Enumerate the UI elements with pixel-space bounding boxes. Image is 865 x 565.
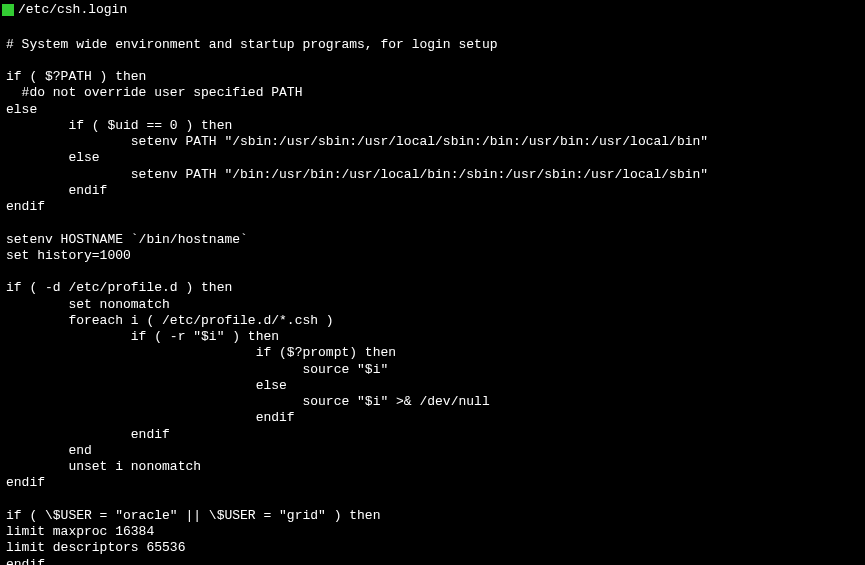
code-line: endif bbox=[6, 199, 865, 215]
code-line: else bbox=[6, 102, 865, 118]
code-line: endif bbox=[6, 475, 865, 491]
code-line: else bbox=[6, 378, 865, 394]
code-line: endif bbox=[6, 410, 865, 426]
code-line: set history=1000 bbox=[6, 248, 865, 264]
code-line: endif bbox=[6, 183, 865, 199]
code-line bbox=[6, 20, 865, 36]
code-line bbox=[6, 492, 865, 508]
code-line: if ($?prompt) then bbox=[6, 345, 865, 361]
code-line: setenv HOSTNAME `/bin/hostname` bbox=[6, 232, 865, 248]
code-line: else bbox=[6, 150, 865, 166]
code-line: if ( -r "$i" ) then bbox=[6, 329, 865, 345]
code-line: if ( $?PATH ) then bbox=[6, 69, 865, 85]
code-line: setenv PATH "/bin:/usr/bin:/usr/local/bi… bbox=[6, 167, 865, 183]
code-line: set nonomatch bbox=[6, 297, 865, 313]
code-line: foreach i ( /etc/profile.d/*.csh ) bbox=[6, 313, 865, 329]
code-line bbox=[6, 264, 865, 280]
code-line: source "$i" >& /dev/null bbox=[6, 394, 865, 410]
code-line: source "$i" bbox=[6, 362, 865, 378]
code-line: if ( -d /etc/profile.d ) then bbox=[6, 280, 865, 296]
code-line: endif bbox=[6, 427, 865, 443]
code-line: endif bbox=[6, 557, 865, 566]
code-line: if ( \$USER = "oracle" || \$USER = "grid… bbox=[6, 508, 865, 524]
code-line: # System wide environment and startup pr… bbox=[6, 37, 865, 53]
file-path-title: /etc/csh.login bbox=[18, 2, 127, 18]
title-bar: /etc/csh.login bbox=[0, 2, 865, 18]
code-line bbox=[6, 53, 865, 69]
code-line: limit descriptors 65536 bbox=[6, 540, 865, 556]
code-line: end bbox=[6, 443, 865, 459]
code-line bbox=[6, 215, 865, 231]
code-line: unset i nonomatch bbox=[6, 459, 865, 475]
code-line: limit maxproc 16384 bbox=[6, 524, 865, 540]
editor-content[interactable]: # System wide environment and startup pr… bbox=[0, 18, 865, 565]
code-line: setenv PATH "/sbin:/usr/sbin:/usr/local/… bbox=[6, 134, 865, 150]
code-line: #do not override user specified PATH bbox=[6, 85, 865, 101]
code-line: if ( $uid == 0 ) then bbox=[6, 118, 865, 134]
terminal-icon bbox=[2, 4, 14, 16]
